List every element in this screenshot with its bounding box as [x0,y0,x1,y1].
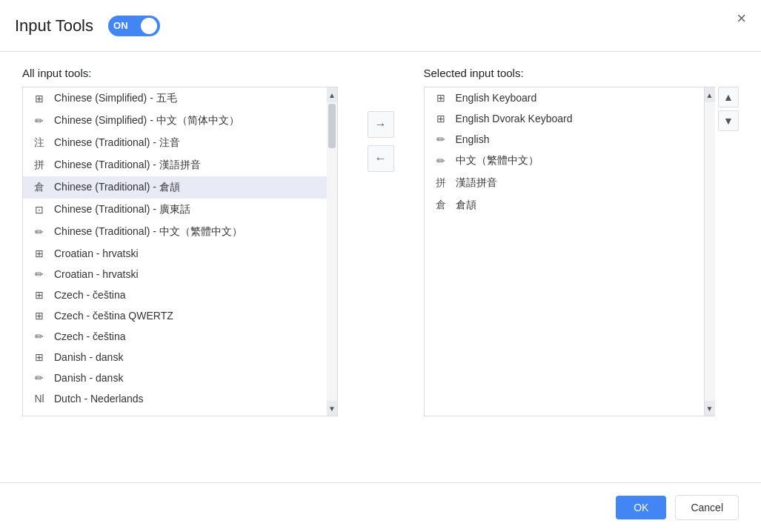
item-icon: ⊡ [30,204,48,216]
add-button[interactable]: → [368,111,394,138]
item-text: Dutch - Nederlands [54,393,144,405]
item-icon: 注 [30,136,48,150]
item-icon: ✏ [30,372,48,384]
left-scroll-track [327,102,337,401]
item-text: 中文（繁體中文） [456,154,539,167]
selected-list-item[interactable]: ⊞English Dvorak Keyboard [425,108,705,129]
item-icon: Nl [30,393,48,405]
right-panel-label: Selected input tools: [424,67,740,79]
dialog-body: All input tools: ⊞Chinese (Simplified) -… [0,52,761,482]
toggle-label: ON [113,20,128,31]
item-text: Chinese (Traditional) - 注音 [54,136,180,150]
list-item[interactable]: 拼Chinese (Traditional) - 漢語拼音 [23,154,327,176]
left-scrollbar: ▲ ▼ [328,87,338,416]
item-text: Czech - čeština QWERTZ [54,310,173,322]
item-text: English Dvorak Keyboard [456,113,573,124]
item-text: Chinese (Simplified) - 五毛 [54,92,177,105]
list-item[interactable]: ⊞Chinese (Simplified) - 五毛 [23,87,327,110]
item-icon: ⊞ [30,310,48,322]
item-icon: ✏ [30,268,48,280]
item-icon: ⊞ [432,113,450,124]
left-panel: All input tools: ⊞Chinese (Simplified) -… [22,67,338,416]
item-text: 漢語拼音 [456,176,497,190]
remove-button[interactable]: ← [368,145,394,172]
item-icon: ✏ [432,155,450,167]
list-item[interactable]: ✏Chinese (Traditional) - 中文（繁體中文） [23,221,327,243]
list-item[interactable]: ⊡Chinese (Traditional) - 廣東話 [23,199,327,221]
dialog-header: Input Tools ON × [0,0,761,52]
dialog-title: Input Tools [15,16,93,36]
list-item[interactable]: 倉Chinese (Traditional) - 倉頡 [23,176,327,199]
selected-list-item[interactable]: ✏中文（繁體中文） [425,150,705,172]
item-text: Chinese (Traditional) - 漢語拼音 [54,159,201,172]
input-tools-dialog: Input Tools ON × All input tools: ⊞Chine… [0,0,761,532]
item-text: Chinese (Traditional) - 廣東話 [54,203,190,216]
columns: All input tools: ⊞Chinese (Simplified) -… [22,67,739,468]
item-text: English [456,133,490,145]
right-scroll-up[interactable]: ▲ [705,87,715,102]
list-item[interactable]: ⊞Czech - čeština [23,285,327,305]
item-icon: ✏ [432,133,450,145]
selected-list-item[interactable]: 倉倉頡 [425,194,705,216]
item-text: Danish - dansk [54,351,123,363]
item-icon: ⊞ [30,351,48,363]
item-text: Czech - čeština [54,330,125,342]
right-scrollbar: ▲ ▼ [705,87,715,416]
item-icon: 拼 [432,176,450,190]
left-scroll-thumb [328,104,336,148]
right-scroll-track [705,102,715,401]
selected-list-item[interactable]: ⊞English Keyboard [425,87,705,108]
list-item[interactable]: ⊞Danish - dansk [23,347,327,368]
list-item[interactable]: ✏Czech - čeština [23,326,327,347]
item-icon: ⊞ [30,93,48,104]
list-item[interactable]: NlDutch - Nederlands [23,388,327,409]
right-list-area: ⊞English Keyboard⊞English Dvorak Keyboar… [424,87,740,416]
selected-list-item[interactable]: ✏English [425,129,705,150]
list-item[interactable]: ✏Danish - dansk [23,368,327,388]
dialog-footer: OK Cancel [0,482,761,532]
item-icon: ⊞ [30,247,48,259]
right-panel: Selected input tools: ⊞English Keyboard⊞… [424,67,740,416]
reorder-buttons: ▲ ▼ [718,87,739,131]
ok-button[interactable]: OK [616,496,666,519]
toggle-knob [141,18,157,34]
transfer-buttons: → ← [360,111,402,172]
list-item[interactable]: ⊞Croatian - hrvatski [23,243,327,264]
item-text: Chinese (Traditional) - 倉頡 [54,181,180,194]
left-list-area: ⊞Chinese (Simplified) - 五毛✏Chinese (Simp… [22,87,338,416]
item-icon: 倉 [432,199,450,212]
left-panel-label: All input tools: [22,67,338,79]
item-text: 倉頡 [456,199,476,212]
list-item[interactable]: ✏Croatian - hrvatski [23,264,327,285]
item-text: Chinese (Traditional) - 中文（繁體中文） [54,225,242,239]
all-input-tools-list[interactable]: ⊞Chinese (Simplified) - 五毛✏Chinese (Simp… [22,87,328,416]
item-text: English Keyboard [456,92,537,104]
close-button[interactable]: × [737,10,746,27]
item-text: Czech - čeština [54,289,125,301]
list-item[interactable]: ⊞Czech - čeština QWERTZ [23,305,327,326]
item-text: Croatian - hrvatski [54,247,139,259]
item-icon: ✏ [30,226,48,238]
item-icon: ✏ [30,330,48,342]
selected-input-tools-list[interactable]: ⊞English Keyboard⊞English Dvorak Keyboar… [424,87,705,416]
cancel-button[interactable]: Cancel [675,495,739,520]
item-text: Chinese (Simplified) - 中文（简体中文） [54,114,239,127]
move-down-button[interactable]: ▼ [718,110,739,131]
item-text: Danish - dansk [54,372,123,384]
item-icon: ✏ [30,115,48,127]
item-text: Croatian - hrvatski [54,268,139,280]
item-icon: 拼 [30,159,48,172]
item-icon: ⊞ [30,289,48,301]
item-icon: 倉 [30,181,48,194]
list-item[interactable]: ✏Chinese (Simplified) - 中文（简体中文） [23,110,327,132]
toggle-switch[interactable]: ON [108,16,160,36]
selected-list-item[interactable]: 拼漢語拼音 [425,172,705,194]
item-icon: ⊞ [432,92,450,104]
left-scroll-up[interactable]: ▲ [327,87,337,102]
right-scroll-down[interactable]: ▼ [705,401,715,416]
move-up-button[interactable]: ▲ [718,87,739,107]
list-item[interactable]: 注Chinese (Traditional) - 注音 [23,132,327,154]
left-scroll-down[interactable]: ▼ [327,401,337,416]
